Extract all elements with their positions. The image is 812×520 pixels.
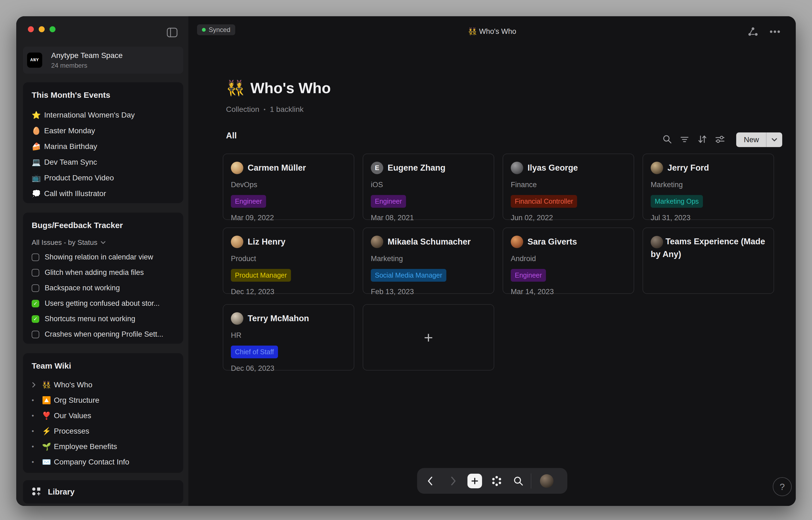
plus-icon (471, 477, 479, 485)
person-department: Finance (511, 181, 626, 189)
person-card-jerry-ford[interactable]: Jerry Ford Marketing Marketing Ops Jul 3… (643, 154, 774, 220)
bug-item[interactable]: ✓Users getting confused about stor... (32, 296, 175, 311)
object-card-teams-experience[interactable]: Teams Experience (Made by Any) (643, 228, 774, 294)
avatar-photo (231, 236, 243, 248)
checkbox-checked[interactable]: ✓ (32, 300, 39, 307)
person-card-terry-mcmahon[interactable]: Terry McMahon HR Chief of Staff Dec 06, … (223, 304, 354, 370)
checkbox-unchecked[interactable] (32, 269, 39, 277)
seedling-icon: 🌱 (42, 442, 54, 451)
space-header[interactable]: ANY Anytype Team Space 24 members (23, 47, 183, 74)
library-button[interactable]: Library (23, 480, 183, 503)
bug-item[interactable]: Backspace not working (32, 280, 175, 296)
search-icon (513, 476, 523, 486)
person-role-tag: Marketing Ops (651, 195, 703, 208)
minimize-window-button[interactable] (39, 26, 45, 32)
bullet-dot: • (32, 458, 42, 466)
person-name: Ilyas George (528, 163, 578, 173)
close-window-button[interactable] (28, 26, 34, 32)
view-settings-icon[interactable] (715, 135, 725, 145)
checkbox-unchecked[interactable] (32, 254, 39, 261)
bugs-view-label: All Issues - by Status (32, 238, 97, 247)
page-title-emoji: 👯 (226, 79, 245, 97)
backlink-label[interactable]: 1 backlink (270, 105, 304, 114)
person-card-eugene-zhang[interactable]: EEugene Zhang iOS Engineer Mar 08, 2021 (363, 154, 494, 220)
search-icon[interactable] (663, 135, 672, 145)
wiki-item-our-values[interactable]: •❣️Our Values (32, 408, 175, 423)
dancers-icon: 👯 (42, 381, 54, 389)
chevron-right-icon[interactable] (32, 382, 42, 388)
profile-avatar[interactable] (540, 474, 554, 488)
bug-item[interactable]: Glitch when adding media files (32, 265, 175, 280)
widget-wiki-title: Team Wiki (32, 361, 175, 370)
person-card-carmen-muller[interactable]: Carmen Müller DevOps Engineer Mar 09, 20… (223, 154, 354, 220)
event-item[interactable]: 💭Call with Illustrator (32, 186, 175, 202)
bug-label: Showing relation in calendar view (45, 253, 153, 261)
checkbox-unchecked[interactable] (32, 331, 39, 338)
window-title-emoji: 👯 (468, 27, 477, 35)
forward-button[interactable] (443, 476, 464, 486)
person-card-sara-giverts[interactable]: Sara Giverts Android Engineer Mar 14, 20… (503, 228, 634, 294)
sidebar-toggle-icon[interactable] (167, 28, 177, 37)
person-name: Terry McMahon (248, 314, 309, 323)
new-object-button[interactable]: New (736, 132, 766, 147)
person-card-liz-henry[interactable]: Liz Henry Product Product Manager Dec 12… (223, 228, 354, 294)
event-item[interactable]: 📺Product Demo Video (32, 170, 175, 186)
person-name: Eugene Zhang (388, 163, 446, 173)
zoom-window-button[interactable] (50, 26, 55, 32)
bug-item[interactable]: Crashes when opening Profile Sett... (32, 327, 175, 342)
more-options-icon[interactable] (769, 27, 781, 37)
bottom-navigation-bar (417, 468, 567, 494)
card-grid-row: Terry McMahon HR Chief of Staff Dec 06, … (223, 304, 774, 370)
checkbox-checked[interactable]: ✓ (32, 315, 39, 323)
person-name: Sara Giverts (528, 237, 577, 247)
filter-icon[interactable] (680, 135, 689, 145)
person-date: Jul 31, 2023 (651, 214, 766, 222)
wiki-item-company-contact[interactable]: •✉️Company Contact Info (32, 454, 175, 470)
event-item[interactable]: 💻Dev Team Sync (32, 154, 175, 170)
object-type-label[interactable]: Collection (226, 105, 259, 114)
person-card-ilyas-george[interactable]: Ilyas George Finance Financial Controlle… (503, 154, 634, 220)
star-icon: ⭐ (32, 111, 44, 120)
avatar-photo (231, 162, 243, 174)
person-department: Marketing (651, 181, 766, 189)
wiki-item-employee-benefits[interactable]: •🌱Employee Benefits (32, 439, 175, 454)
wiki-label: Employee Benefits (54, 442, 117, 451)
wiki-item-org-structure[interactable]: •🔼Org Structure (32, 392, 175, 408)
card-grid-row: Carmen Müller DevOps Engineer Mar 09, 20… (223, 154, 774, 220)
space-logo: ANY (27, 53, 42, 68)
graph-view-icon[interactable] (748, 27, 758, 37)
avatar-letter: E (371, 162, 383, 174)
checkbox-unchecked[interactable] (32, 284, 39, 292)
new-object-dropdown[interactable] (766, 132, 782, 147)
person-role-tag: Product Manager (231, 269, 291, 282)
library-icon (32, 487, 41, 497)
widget-bugs: Bugs/Feedback Tracker All Issues - by St… (23, 213, 183, 344)
bug-item[interactable]: ✓Shortcuts menu not working (32, 311, 175, 327)
space-name: Anytype Team Space (51, 51, 122, 60)
window-title-text: Who's Who (479, 27, 516, 35)
collection-toolbar: New (663, 132, 782, 147)
add-record-card[interactable]: + (363, 304, 494, 370)
anytype-window: ANY Anytype Team Space 24 members This M… (16, 16, 796, 506)
view-tab-all[interactable]: All (226, 131, 237, 140)
wiki-label: Processes (54, 427, 89, 436)
event-item[interactable]: ⭐International Women's Day (32, 107, 175, 123)
event-item[interactable]: 🍰Marina Birthday (32, 139, 175, 154)
person-date: Mar 09, 2022 (231, 214, 346, 222)
person-card-mikaela-schumacher[interactable]: Mikaela Schumacher Marketing Social Medi… (363, 228, 494, 294)
bug-item[interactable]: Showing relation in calendar view (32, 250, 175, 265)
create-object-button[interactable] (468, 474, 482, 488)
back-button[interactable] (417, 476, 443, 486)
person-date: Mar 14, 2023 (511, 288, 626, 296)
wiki-item-processes[interactable]: •⚡Processes (32, 423, 175, 439)
gallery-menu-button[interactable] (486, 475, 507, 487)
page-subtitle: Collection • 1 backlink (226, 105, 303, 114)
sort-icon[interactable] (697, 135, 707, 145)
wiki-label: Who's Who (54, 381, 92, 389)
person-name: Carmen Müller (248, 163, 306, 173)
wiki-item-whos-who[interactable]: 👯Who's Who (32, 377, 175, 392)
global-search-button[interactable] (507, 476, 529, 486)
event-item[interactable]: 🥚Easter Monday (32, 123, 175, 139)
help-button[interactable]: ? (773, 477, 792, 496)
bugs-view-selector[interactable]: All Issues - by Status (32, 237, 175, 247)
